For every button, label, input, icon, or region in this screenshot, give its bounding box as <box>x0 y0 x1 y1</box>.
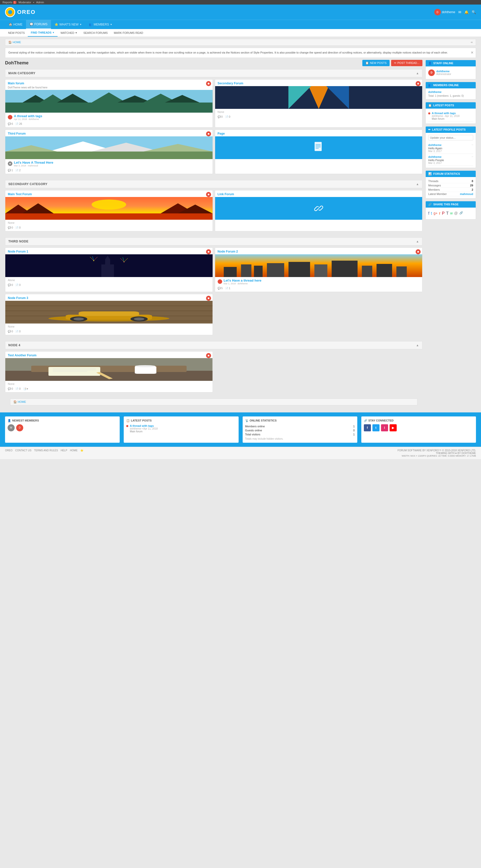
user-avatar-header[interactable]: D <box>434 9 441 16</box>
search-icon[interactable]: 🔍 <box>472 10 476 14</box>
widget-share: 🔗 SHARE THIS PAGE f t g+ r P T w @ 🔗 <box>425 201 476 219</box>
latest-member-link[interactable]: mahmoud <box>460 192 473 195</box>
forum-title-node2[interactable]: Node Forum 2 <box>218 250 238 253</box>
new-badge-third <box>206 131 211 136</box>
footer-link-contact[interactable]: CONTACT US <box>15 449 31 452</box>
footer-star: ⭐ <box>80 449 83 452</box>
nav-whatsnew[interactable]: ⭐ WHAT'S NEW ▼ <box>51 20 85 29</box>
nav-home[interactable]: 🏠 HOME <box>5 20 26 29</box>
newest-member-avatar-1[interactable]: M <box>7 424 14 431</box>
forum-card-main-test: Main Test Forum <box>5 190 213 231</box>
footer-link-oreo[interactable]: OREO <box>5 449 12 452</box>
footer-link-terms[interactable]: TERMS AND RULES <box>34 449 58 452</box>
post-forum[interactable]: Main forum <box>432 118 459 120</box>
forum-grid-main: Main forum DohTheme news will be found h… <box>5 77 422 176</box>
stat-members: Members 2 <box>428 188 473 192</box>
messages-icon[interactable]: ✉ <box>458 10 461 14</box>
breadcrumb-arrow: ➜ <box>471 41 473 44</box>
category-toggle-third-node[interactable]: ▲ <box>416 240 419 243</box>
forum-card-header: Main forum <box>5 80 213 86</box>
category-toggle-main[interactable]: ▲ <box>416 71 419 75</box>
breadcrumb-home-link[interactable]: HOME <box>12 41 21 44</box>
forum-card-header-node3: Node Forum 3 <box>5 294 213 301</box>
subnav-markread[interactable]: MARK FORUMS READ <box>111 29 146 37</box>
category-toggle-node4[interactable]: ▲ <box>416 343 419 347</box>
thread-title-node2[interactable]: Let's Have a thread here <box>224 279 262 282</box>
admin-link[interactable]: Admin <box>36 1 44 4</box>
none-label-node3: None <box>5 323 213 329</box>
action-buttons: 📋 NEW POSTS ✏ POST THREAD... <box>362 60 422 66</box>
newest-member-avatar-2[interactable]: D <box>16 424 23 431</box>
forum-card-header-link: Link Forum <box>215 190 422 197</box>
forum-title-main-forum[interactable]: Main forum <box>8 82 24 85</box>
thread-title-third[interactable]: Let's Have A Thread Here <box>14 161 53 164</box>
footer-post-forum[interactable]: Main forum <box>130 430 158 433</box>
profile-post-2: dohtheme – Hello People Mar 3, 2017 <box>428 154 473 166</box>
status-input[interactable] <box>428 135 473 141</box>
forum-title-main-test[interactable]: Main Test Forum <box>8 192 32 196</box>
header-username[interactable]: dohtheme <box>442 10 455 14</box>
forum-title-link[interactable]: Link Forum <box>218 192 234 196</box>
thread-title[interactable]: A thread with tags <box>14 114 42 118</box>
svg-rect-48 <box>267 263 284 277</box>
nav-members[interactable]: 👥 MEMBERS ▼ <box>85 20 116 29</box>
moderator-link[interactable]: Moderator <box>19 1 31 4</box>
footer-link-home[interactable]: HOME <box>70 449 77 452</box>
widget-header-share: 🔗 SHARE THIS PAGE <box>426 201 476 208</box>
forum-title-secondary[interactable]: Secondary Forum <box>218 82 244 85</box>
subnav-searchforums[interactable]: SEARCH FORUMS <box>80 29 111 37</box>
new-badge-node2 <box>416 249 421 254</box>
forum-title-test-another[interactable]: Test Another Forum <box>8 353 36 357</box>
logo-area[interactable]: OREO <box>5 7 36 17</box>
staff-role: Administrator <box>436 73 451 75</box>
new-posts-button[interactable]: 📋 NEW POSTS <box>362 60 390 66</box>
share-pinterest[interactable]: P <box>442 211 445 216</box>
share-whatsapp[interactable]: w <box>450 211 453 216</box>
share-facebook[interactable]: f <box>428 211 429 216</box>
forum-image-secondary <box>215 86 422 109</box>
profile-posts-icon: ✏ <box>428 128 430 131</box>
profile-post-user-1[interactable]: dohtheme <box>428 144 442 147</box>
footer-widget-social: 🔗 STAY CONNECTED f t I ▶ <box>361 416 476 443</box>
social-instagram-btn[interactable]: I <box>381 424 388 431</box>
widget-forum-stats: 📊 FORUM STATISTICS Threads 8 Messages 29… <box>425 170 476 198</box>
staff-avatar[interactable]: D <box>428 69 435 76</box>
nav-forums[interactable]: 💬 FORUMS <box>26 20 51 29</box>
breadcrumb-home-bottom-link[interactable]: HOME <box>18 400 26 403</box>
post-thread-button[interactable]: ✏ POST THREAD... <box>391 60 422 66</box>
share-email[interactable]: @ <box>454 211 458 216</box>
share-tumblr[interactable]: T <box>446 211 449 216</box>
social-twitter-btn[interactable]: t <box>373 424 380 431</box>
footer-stat-note: Totals may include hidden visitors. <box>245 437 355 440</box>
forum-title-node3[interactable]: Node Forum 3 <box>8 296 28 300</box>
forum-title-node1[interactable]: Node Forum 1 <box>8 250 28 253</box>
social-facebook-btn[interactable]: f <box>364 424 371 431</box>
profile-post-user-2[interactable]: dohtheme <box>428 155 442 158</box>
subnav-findthreads[interactable]: FIND THREADS ▼ <box>28 29 58 37</box>
footer-post-title[interactable]: A thread with tags <box>130 424 158 427</box>
share-twitter[interactable]: t <box>431 211 432 216</box>
logo-circle <box>5 7 15 17</box>
share-link[interactable]: 🔗 <box>459 211 463 216</box>
forum-title-third[interactable]: Third Forum <box>8 132 26 135</box>
alerts-icon[interactable]: 🔔 <box>464 10 469 14</box>
footer-link-help[interactable]: HELP <box>61 449 67 452</box>
svg-point-25 <box>92 199 126 210</box>
share-reddit[interactable]: r <box>439 211 440 216</box>
category-toggle-secondary[interactable]: ▲ <box>416 182 419 186</box>
content-wrapper: DohTheme 📋 NEW POSTS ✏ POST THREAD... MA… <box>0 60 481 412</box>
staff-name[interactable]: dohtheme <box>436 70 451 73</box>
subnav-watched[interactable]: WATCHED ▼ <box>58 29 80 37</box>
online-user-link[interactable]: dohtheme <box>428 90 473 93</box>
social-youtube-btn[interactable]: ▶ <box>390 424 397 431</box>
notice-close-button[interactable]: ✕ <box>471 50 474 55</box>
subnav-newposts[interactable]: NEW POSTS <box>5 29 28 37</box>
bottom-footer: OREO CONTACT US TERMS AND RULES HELP HOM… <box>0 447 481 459</box>
post-title-link[interactable]: A thread with tags <box>432 112 459 115</box>
reports-link[interactable]: Reports 1 <box>2 1 17 4</box>
share-googleplus[interactable]: g+ <box>434 211 438 216</box>
forum-title-page[interactable]: Page <box>218 132 225 135</box>
forum-stats-node3: 💬 0 📄 0 <box>5 329 213 335</box>
chevron-down-icon: ▼ <box>75 32 77 34</box>
latest-posts-footer-icon: 📋 <box>126 419 130 422</box>
